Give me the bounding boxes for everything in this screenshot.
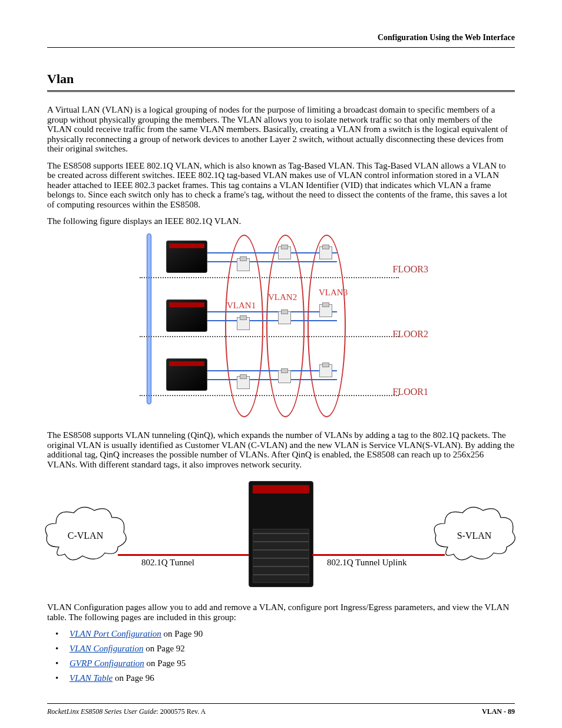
link-suffix: on Page 90 bbox=[161, 629, 203, 638]
device-icon bbox=[319, 246, 332, 259]
list-item: VLAN Table on Page 96 bbox=[51, 673, 515, 683]
switch-floor3-icon bbox=[166, 241, 207, 273]
switch-floor2-icon bbox=[166, 299, 207, 332]
vlan3-label: VLAN3 bbox=[319, 288, 348, 298]
link-vlan-table[interactable]: VLAN Table bbox=[70, 673, 113, 683]
figure-vlan-floors: FLOOR3 FLOOR2 FLOOR1 VLAN1 VLAN2 VLAN3 bbox=[140, 229, 422, 423]
link-vlan-config[interactable]: VLAN Configuration bbox=[70, 644, 143, 653]
paragraph-2: The ES8508 supports IEEE 802.1Q VLAN, wh… bbox=[47, 161, 515, 210]
wire bbox=[207, 379, 337, 380]
device-icon bbox=[237, 317, 250, 330]
footer-page-number: VLAN - 89 bbox=[482, 707, 515, 716]
list-item: GVRP Configuration on Page 95 bbox=[51, 658, 515, 668]
wire bbox=[207, 261, 337, 262]
device-icon bbox=[278, 370, 291, 383]
link-gvrp-config[interactable]: GVRP Configuration bbox=[70, 658, 144, 668]
page-header-right: Configuration Using the Web Interface bbox=[47, 33, 515, 42]
list-item: VLAN Configuration on Page 92 bbox=[51, 644, 515, 654]
tunnel-label: 802.1Q Tunnel bbox=[141, 558, 194, 568]
vlan1-label: VLAN1 bbox=[227, 301, 256, 311]
wire bbox=[207, 320, 337, 321]
cvlan-label: C-VLAN bbox=[41, 531, 130, 541]
device-icon bbox=[237, 258, 250, 271]
top-divider bbox=[47, 47, 515, 48]
floor1-label: FLOOR1 bbox=[393, 387, 428, 397]
list-item: VLAN Port Configuration on Page 90 bbox=[51, 629, 515, 639]
backbone-cable bbox=[147, 233, 151, 404]
paragraph-3: The following figure displays an IEEE 80… bbox=[47, 216, 515, 226]
floor3-label: FLOOR3 bbox=[393, 264, 428, 275]
footer-rev: : 2000575 Rev. A bbox=[156, 707, 206, 716]
vlan2-label: VLAN2 bbox=[268, 292, 297, 302]
device-icon bbox=[278, 311, 291, 324]
section-title: Vlan bbox=[47, 71, 515, 87]
section-title-rule bbox=[47, 90, 515, 92]
device-icon bbox=[237, 376, 250, 389]
paragraph-4: The ES8508 supports VLAN tunneling (QinQ… bbox=[47, 430, 515, 469]
footer-guide-title: RocketLinx ES8508 Series User Guide bbox=[47, 707, 156, 716]
link-suffix: on Page 92 bbox=[143, 644, 184, 653]
link-list: VLAN Port Configuration on Page 90 VLAN … bbox=[47, 629, 515, 683]
figure-2-wrapper: C-VLAN 802.1Q Tunnel 802.1Q Tunnel Uplin… bbox=[47, 476, 515, 594]
figure-qinq-tunnel: C-VLAN 802.1Q Tunnel 802.1Q Tunnel Uplin… bbox=[47, 476, 515, 594]
device-icon bbox=[319, 304, 332, 317]
wire bbox=[207, 252, 337, 253]
paragraph-1: A Virtual LAN (VLAN) is a logical groupi… bbox=[47, 105, 515, 154]
wire bbox=[207, 370, 337, 371]
uplink-label: 802.1Q Tunnel Uplink bbox=[327, 558, 406, 568]
switch-floor1-icon bbox=[166, 358, 207, 391]
link-vlan-port-config[interactable]: VLAN Port Configuration bbox=[70, 629, 161, 638]
tunnel-line-left bbox=[118, 554, 250, 556]
tunnel-line-right bbox=[312, 554, 445, 556]
wire bbox=[207, 311, 337, 312]
link-suffix: on Page 96 bbox=[113, 673, 154, 683]
paragraph-5: VLAN Configuration pages allow you to ad… bbox=[47, 602, 515, 622]
svlan-label: S-VLAN bbox=[430, 531, 518, 541]
floor1-line bbox=[140, 395, 399, 396]
footer-left: RocketLinx ES8508 Series User Guide: 200… bbox=[47, 707, 206, 716]
device-icon bbox=[278, 246, 291, 259]
link-suffix: on Page 95 bbox=[144, 658, 186, 668]
device-icon bbox=[319, 364, 332, 377]
floor2-label: FLOOR2 bbox=[393, 329, 428, 340]
figure-1-wrapper: FLOOR3 FLOOR2 FLOOR1 VLAN1 VLAN2 VLAN3 bbox=[47, 229, 515, 423]
page-footer: RocketLinx ES8508 Series User Guide: 200… bbox=[47, 703, 515, 716]
switch-device-icon bbox=[249, 481, 313, 587]
